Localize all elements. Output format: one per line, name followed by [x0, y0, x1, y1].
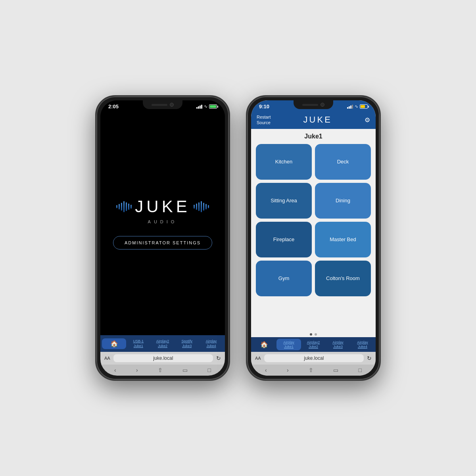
status-icons-right: ∿ — [347, 104, 368, 109]
audio-label: AUDIO — [148, 219, 178, 224]
signal-bar-r3 — [350, 106, 351, 109]
juke-logo: JUKE AUDIO — [116, 197, 209, 224]
signal-bar-3 — [200, 106, 201, 109]
signal-left — [196, 105, 202, 109]
speaker-left — [152, 104, 167, 106]
time-left: 2:05 — [108, 104, 119, 109]
room-sitting-area[interactable]: Sitting Area — [256, 183, 312, 219]
room-fireplace[interactable]: Fireplace — [256, 222, 312, 257]
waveform-right — [194, 201, 209, 212]
aa-right[interactable]: AA — [255, 356, 261, 361]
tab-spotify-top: Spotify — [181, 339, 192, 343]
url-bar-left[interactable]: juke.local — [113, 354, 213, 362]
notch-left — [143, 100, 182, 109]
restart-line1: Restart — [257, 115, 271, 119]
wb12 — [203, 203, 204, 211]
room-coltons-room[interactable]: Colton's Room — [315, 261, 371, 296]
reload-right[interactable]: ↻ — [367, 355, 372, 361]
wb13 — [205, 204, 207, 209]
wb9 — [196, 203, 197, 210]
tab-usb1[interactable]: USB-1 Juke1 — [126, 338, 150, 349]
wb4 — [123, 201, 125, 212]
tab-bar-left: 🏠 USB-1 Juke1 Airplay2 Juke2 Spotify Juk… — [100, 335, 225, 352]
room-kitchen[interactable]: Kitchen — [256, 144, 312, 180]
tab-airplay-juke4[interactable]: Airplay Juke4 — [350, 339, 375, 350]
status-icons-left: ∿ — [196, 104, 217, 109]
room-sitting-area-label: Sitting Area — [271, 198, 297, 203]
wb10 — [198, 202, 200, 211]
room-master-bed-label: Master Bed — [330, 236, 356, 242]
tab-bar-right: 🏠 Airplay Juke1 Airplay2 Juke2 Airplay J… — [251, 337, 376, 352]
browser-bar-right: AA juke.local ↻ — [251, 352, 376, 365]
gear-icon[interactable]: ⚙ — [365, 116, 370, 124]
rooms-grid: Kitchen Deck Sitting Area Dining Firepla — [256, 144, 371, 296]
tab-airplay4-left-bot: Juke4 — [206, 344, 216, 348]
battery-fill-right — [361, 105, 365, 108]
rooms-content: Juke1 Kitchen Deck Sitting Area Dining — [251, 129, 376, 330]
wb3 — [121, 203, 122, 211]
room-master-bed[interactable]: Master Bed — [315, 222, 371, 257]
url-bar-right[interactable]: juke.local — [264, 354, 364, 362]
zone-title: Juke1 — [256, 133, 371, 140]
tab-usb1-top: USB-1 — [133, 339, 144, 343]
tab-airplay-juke1[interactable]: Airplay Juke1 — [276, 339, 301, 350]
signal-right — [347, 105, 353, 109]
room-gym[interactable]: Gym — [256, 261, 312, 296]
tab-home-left[interactable]: 🏠 — [102, 338, 126, 349]
nav-share-right[interactable]: ⇧ — [309, 367, 313, 373]
restart-source-btn[interactable]: Restart Source — [257, 114, 271, 126]
restart-line2: Source — [257, 120, 271, 125]
room-deck-label: Deck — [337, 159, 349, 165]
battery-left — [209, 104, 217, 109]
signal-bar-r1 — [347, 107, 348, 109]
home-icon-left: 🏠 — [110, 340, 118, 347]
time-right: 9:10 — [259, 104, 269, 109]
nav-forward-left[interactable]: › — [136, 367, 138, 373]
tab-home-right[interactable]: 🏠 — [252, 339, 276, 350]
wb5 — [126, 202, 127, 211]
battery-fill-left — [210, 105, 216, 108]
nav-share-left[interactable]: ⇧ — [158, 367, 163, 373]
wb6 — [128, 203, 129, 210]
tab-airplay-juke3-top: Airplay — [332, 340, 344, 344]
tab-spotify-left[interactable]: Spotify Juke3 — [175, 338, 199, 349]
reload-left[interactable]: ↻ — [216, 355, 221, 361]
home-icon-right: 🏠 — [260, 341, 268, 348]
aa-left[interactable]: AA — [104, 356, 110, 361]
battery-right — [360, 104, 368, 109]
nav-tabs-right[interactable]: □ — [358, 367, 361, 373]
tab-airplay-juke4-bot: Juke4 — [358, 345, 367, 349]
admin-settings-button[interactable]: ADMINISTRATOR SETTINGS — [113, 236, 212, 250]
juke-header-title: JUKE — [303, 115, 332, 125]
tab-airplay4-left[interactable]: Airplay Juke4 — [199, 338, 223, 349]
room-dining[interactable]: Dining — [315, 183, 371, 219]
room-dining-label: Dining — [336, 198, 350, 203]
tab-usb1-bot: Juke1 — [134, 344, 143, 348]
nav-back-left[interactable]: ‹ — [114, 367, 116, 373]
wifi-left: ∿ — [204, 104, 207, 109]
nav-bookmarks-left[interactable]: ▭ — [182, 367, 188, 373]
wb11 — [201, 201, 202, 212]
tab-airplay2-left[interactable]: Airplay2 Juke2 — [150, 338, 175, 349]
pagination-dots — [251, 330, 376, 337]
phone-left: 2:05 ∿ — [95, 95, 230, 381]
browser-nav-right: ‹ › ⇧ ▭ □ — [251, 365, 376, 376]
tab-airplay2-juke2[interactable]: Airplay2 Juke2 — [301, 339, 326, 350]
phone-right: 9:10 ∿ — [246, 95, 381, 381]
nav-tabs-left[interactable]: □ — [207, 367, 211, 373]
tab-airplay2-juke2-bot: Juke2 — [309, 345, 318, 349]
speaker-right — [302, 104, 318, 106]
browser-nav-left: ‹ › ⇧ ▭ □ — [100, 365, 225, 376]
nav-back-right[interactable]: ‹ — [265, 367, 267, 373]
nav-forward-right[interactable]: › — [287, 367, 289, 373]
tab-airplay-juke3[interactable]: Airplay Juke3 — [326, 339, 350, 350]
tab-airplay-juke1-top: Airplay — [283, 340, 294, 344]
nav-bookmarks-right[interactable]: ▭ — [333, 367, 338, 373]
room-deck[interactable]: Deck — [315, 144, 371, 180]
juke-header: Restart Source JUKE ⚙ — [251, 111, 376, 129]
splash-screen: JUKE AUDIO — [100, 111, 225, 335]
tab-airplay-juke3-bot: Juke3 — [333, 345, 343, 349]
browser-bar-left: AA juke.local ↻ — [100, 352, 225, 365]
signal-bar-r4 — [352, 105, 353, 109]
dot-2 — [315, 333, 317, 336]
